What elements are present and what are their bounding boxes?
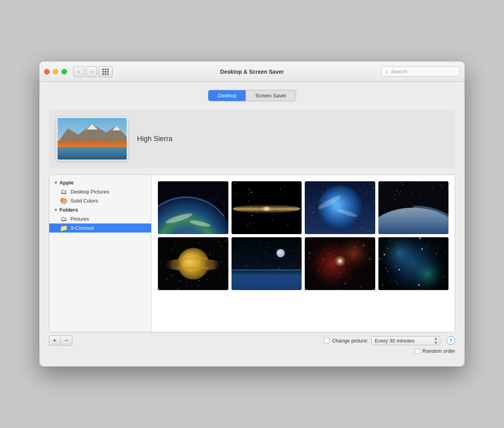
change-picture-label: Change picture: <box>332 338 368 344</box>
preview-thumbnail <box>57 117 128 160</box>
sidebar-item-cosmos[interactable]: 📁 3-Cosmos <box>49 223 151 233</box>
cosmos-image-8 <box>378 237 449 290</box>
color-wheel-icon: 🎨 <box>60 198 67 204</box>
tab-desktop[interactable]: Desktop <box>208 90 246 101</box>
cosmos-image-3 <box>305 181 375 234</box>
image-cell-3[interactable] <box>305 181 375 234</box>
image-grid <box>152 175 455 332</box>
nav-buttons: ‹ › <box>73 66 97 77</box>
back-button[interactable]: ‹ <box>73 66 84 77</box>
cosmos-image-7 <box>305 237 375 290</box>
grid-dots-icon <box>102 69 109 75</box>
folder-icon-desktop: 🗂 <box>60 189 67 195</box>
bottom-row-2: Random order <box>49 348 455 354</box>
sidebar-desktop-pictures-label: Desktop Pictures <box>70 189 109 195</box>
folder-icon-cosmos: 📁 <box>60 225 67 231</box>
change-interval-dropdown[interactable]: Every 5 seconds Every minute Every 5 min… <box>371 336 440 345</box>
image-cell-1[interactable] <box>158 181 228 234</box>
tab-screensaver[interactable]: Screen Saver <box>246 90 296 101</box>
sidebar: ▼ Apple 🗂 Desktop Pictures 🎨 Solid Color… <box>49 175 152 332</box>
change-picture-checkbox-group: Change picture: <box>324 338 368 344</box>
sidebar-solid-colors-label: Solid Colors <box>70 198 98 204</box>
close-button[interactable] <box>44 69 50 74</box>
preview-area: High Sierra <box>49 109 455 168</box>
grid-view-button[interactable] <box>98 66 113 77</box>
cosmos-image-4 <box>378 181 449 234</box>
image-cell-2[interactable] <box>232 181 302 234</box>
image-cell-7[interactable] <box>305 237 375 290</box>
forward-button[interactable]: › <box>86 66 97 77</box>
image-cell-6[interactable] <box>232 237 302 290</box>
folder-icon-pictures: 🗂 <box>60 216 67 222</box>
image-cell-4[interactable] <box>378 181 449 234</box>
remove-button[interactable]: − <box>61 335 72 346</box>
content-area: Desktop Screen Saver High Sierra ▼ Apple… <box>39 82 465 367</box>
search-bar[interactable]: ⌕ <box>381 67 460 76</box>
preview-canvas <box>57 118 127 160</box>
window-title: Desktop & Screen Saver <box>220 69 284 75</box>
preview-name: High Sierra <box>137 135 172 143</box>
random-order-checkbox[interactable] <box>415 348 420 354</box>
search-icon: ⌕ <box>385 69 389 74</box>
help-button[interactable]: ? <box>447 336 455 345</box>
titlebar: ‹ › Desktop & Screen Saver ⌕ <box>39 61 465 82</box>
search-input[interactable] <box>391 69 456 74</box>
bottom-row-1: + − Change picture: Every 5 seconds Ever… <box>49 335 455 346</box>
dropdown-wrapper: Every 5 seconds Every minute Every 5 min… <box>371 336 440 345</box>
change-picture-group: Change picture: Every 5 seconds Every mi… <box>324 336 440 345</box>
change-picture-checkbox[interactable] <box>324 338 330 343</box>
random-order-label: Random order <box>422 348 455 354</box>
triangle-icon-2: ▼ <box>54 208 58 212</box>
sidebar-item-solid-colors[interactable]: 🎨 Solid Colors <box>49 196 151 205</box>
traffic-lights <box>44 69 67 74</box>
add-remove-buttons: + − <box>49 335 72 346</box>
maximize-button[interactable] <box>61 69 67 74</box>
sidebar-section-folders[interactable]: ▼ Folders <box>49 205 151 214</box>
image-cell-8[interactable] <box>378 237 449 290</box>
sidebar-item-desktop-pictures[interactable]: 🗂 Desktop Pictures <box>49 187 151 196</box>
main-panel: ▼ Apple 🗂 Desktop Pictures 🎨 Solid Color… <box>49 175 455 332</box>
cosmos-image-6 <box>232 237 302 290</box>
image-cell-5[interactable] <box>158 237 228 290</box>
tab-group: Desktop Screen Saver <box>208 90 296 101</box>
cosmos-image-1 <box>158 181 228 234</box>
triangle-icon: ▼ <box>54 181 58 185</box>
sidebar-cosmos-label: 3-Cosmos <box>70 225 94 231</box>
add-button[interactable]: + <box>49 335 61 346</box>
cosmos-image-2 <box>232 181 302 234</box>
cosmos-image-5 <box>158 237 228 290</box>
sidebar-pictures-label: Pictures <box>70 216 89 222</box>
tab-switcher: Desktop Screen Saver <box>49 90 455 101</box>
random-order-group: Random order <box>415 348 455 354</box>
sidebar-folders-label: Folders <box>59 207 78 213</box>
main-window: ‹ › Desktop & Screen Saver ⌕ Desktop Scr… <box>39 61 465 367</box>
sidebar-section-apple[interactable]: ▼ Apple <box>49 178 151 187</box>
bottom-section: + − Change picture: Every 5 seconds Ever… <box>49 332 455 359</box>
sidebar-item-pictures[interactable]: 🗂 Pictures <box>49 214 151 223</box>
minimize-button[interactable] <box>53 69 58 74</box>
sidebar-apple-label: Apple <box>59 180 74 186</box>
